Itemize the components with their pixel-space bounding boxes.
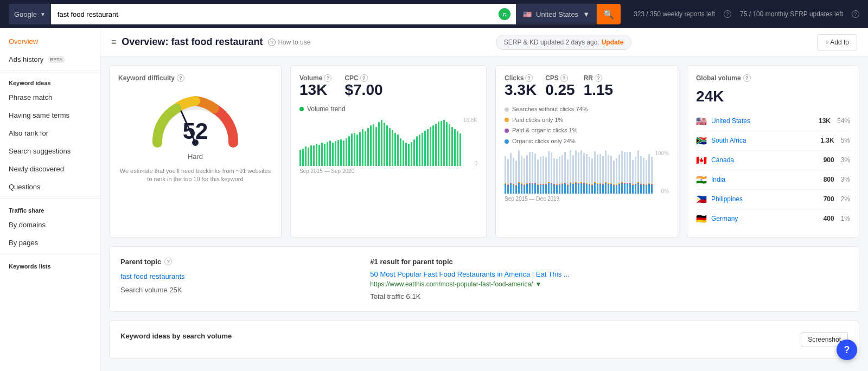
bar-segment bbox=[316, 144, 317, 166]
sidebar-item-label: Search suggestions bbox=[9, 147, 71, 155]
bar-segment bbox=[370, 125, 372, 166]
bar-segment bbox=[343, 140, 344, 166]
weekly-reports-help-icon[interactable]: ? bbox=[724, 10, 731, 18]
bar-segment bbox=[365, 131, 366, 166]
sidebar-item-by-pages[interactable]: By pages bbox=[0, 234, 100, 252]
stacked-bar-wrap bbox=[507, 150, 509, 194]
card-title-kd: Keyword difficulty ? bbox=[118, 74, 272, 82]
search-input-wrap: G bbox=[51, 4, 516, 24]
list-item: 🇵🇭 Philippines 700 2% bbox=[696, 190, 850, 209]
bar-segment bbox=[564, 152, 566, 183]
result-url-text: https://www.eatthis.com/most-popular-fas… bbox=[370, 280, 533, 288]
volume-metric: Volume ? 13K bbox=[299, 74, 331, 99]
result-title-link[interactable]: 50 Most Popular Fast Food Restaurants in… bbox=[370, 270, 848, 278]
bar-segment bbox=[632, 160, 634, 184]
country-name-de[interactable]: Germany bbox=[711, 215, 819, 222]
country-name-ph[interactable]: Philippines bbox=[711, 195, 819, 203]
sidebar-item-search-suggestions[interactable]: Search suggestions bbox=[0, 142, 100, 160]
parent-topic-help-icon[interactable]: ? bbox=[164, 258, 172, 265]
sidebar-item-also-rank[interactable]: Also rank for bbox=[0, 124, 100, 142]
bar-segment bbox=[324, 144, 326, 166]
bar-segment bbox=[513, 158, 514, 184]
bar-segment bbox=[313, 145, 315, 165]
bar-segment bbox=[529, 184, 531, 194]
bar-segment bbox=[386, 125, 388, 166]
bar-segment bbox=[335, 141, 336, 166]
bar-segment bbox=[397, 135, 399, 166]
search-button[interactable]: 🔍 bbox=[597, 4, 621, 24]
flag-in: 🇮🇳 bbox=[696, 175, 707, 185]
volume-help-icon[interactable]: ? bbox=[324, 74, 331, 82]
add-to-button[interactable]: + Add to bbox=[817, 34, 857, 50]
country-pct-de: 1% bbox=[841, 215, 850, 222]
sidebar-section-keywords-lists: Keywords lists bbox=[0, 257, 100, 272]
bar-segment bbox=[542, 185, 544, 194]
stacked-bar-wrap bbox=[589, 150, 590, 194]
bar-segment bbox=[564, 184, 566, 194]
kd-help-icon[interactable]: ? bbox=[177, 74, 184, 82]
bar-segment bbox=[651, 157, 653, 184]
sidebar-item-same-terms[interactable]: Having same terms bbox=[0, 106, 100, 124]
country-name-za[interactable]: South Africa bbox=[711, 137, 816, 144]
legend-item-paid-organic: Paid & organic clicks 1% bbox=[505, 125, 669, 136]
bar-segment bbox=[599, 154, 601, 183]
sidebar-item-questions[interactable]: Questions bbox=[0, 178, 100, 196]
update-link[interactable]: Update bbox=[602, 39, 624, 46]
engine-selector[interactable]: Google ▼ bbox=[9, 4, 51, 24]
country-name-us[interactable]: United States bbox=[711, 117, 814, 125]
clicks-chart-date-range: Sep 2015 — Dec 2019 bbox=[505, 196, 669, 202]
country-vol-in: 800 bbox=[824, 176, 834, 183]
cards-row: Keyword difficulty ? bbox=[100, 56, 868, 246]
sidebar-item-ads-history[interactable]: Ads history BETA bbox=[0, 50, 100, 68]
bar-segment bbox=[394, 133, 396, 166]
bar-segment bbox=[648, 184, 650, 194]
bar-segment bbox=[556, 186, 558, 194]
stacked-bar-wrap bbox=[635, 150, 636, 194]
bar-segment bbox=[422, 133, 423, 166]
monthly-reports-help-icon[interactable]: ? bbox=[852, 10, 859, 18]
parent-topic-title-text: Parent topic bbox=[120, 258, 161, 266]
bar-segment bbox=[618, 155, 620, 183]
sidebar-item-label: Having same terms bbox=[9, 111, 69, 119]
bar-segment bbox=[310, 145, 312, 166]
clicks-bar-chart bbox=[505, 150, 669, 194]
kd-note: We estimate that you'll need backlinks f… bbox=[118, 167, 272, 184]
cpc-help-icon[interactable]: ? bbox=[360, 74, 368, 82]
country-selector[interactable]: 🇺🇸 United States ▼ bbox=[516, 4, 597, 24]
bar-segment bbox=[529, 152, 531, 183]
help-button[interactable]: ? bbox=[837, 340, 857, 360]
search-input[interactable] bbox=[51, 4, 516, 24]
hamburger-icon[interactable]: ≡ bbox=[111, 37, 116, 47]
cps-label: CPS ? bbox=[545, 74, 575, 82]
sidebar-item-phrase-match[interactable]: Phrase match bbox=[0, 88, 100, 106]
stacked-bar-wrap bbox=[567, 150, 569, 194]
how-to-use-button[interactable]: ? How to use bbox=[268, 39, 310, 46]
bar-segment bbox=[643, 185, 644, 194]
country-label: United States bbox=[536, 10, 578, 18]
cps-help-icon[interactable]: ? bbox=[560, 74, 568, 82]
bar-segment bbox=[597, 184, 598, 194]
rr-help-icon[interactable]: ? bbox=[595, 74, 602, 82]
legend-label-no-clicks: Searches without clicks 74% bbox=[512, 104, 588, 115]
country-name-ca[interactable]: Canada bbox=[711, 156, 819, 164]
bar-segment bbox=[646, 160, 647, 184]
stacked-bar-wrap bbox=[627, 150, 628, 194]
stacked-bar-wrap bbox=[518, 150, 520, 194]
legend-item-no-clicks: Searches without clicks 74% bbox=[505, 104, 669, 115]
stacked-bar-wrap bbox=[651, 150, 653, 194]
country-name-in[interactable]: India bbox=[711, 176, 819, 183]
bar-segment bbox=[510, 184, 512, 194]
bar-segment bbox=[459, 133, 461, 166]
sidebar-item-overview[interactable]: Overview bbox=[0, 33, 100, 50]
sidebar-item-by-domains[interactable]: By domains bbox=[0, 216, 100, 234]
kd-score: 52 bbox=[183, 120, 208, 143]
flag-de: 🇩🇪 bbox=[696, 214, 707, 224]
clicks-help-icon[interactable]: ? bbox=[525, 74, 533, 82]
bar-segment bbox=[627, 152, 628, 183]
sidebar-item-newly-discovered[interactable]: Newly discovered bbox=[0, 160, 100, 178]
legend-dot-paid-organic bbox=[505, 129, 509, 133]
bar-segment bbox=[580, 183, 582, 194]
bar-segment bbox=[384, 123, 385, 166]
parent-topic-link[interactable]: fast food restaurants bbox=[120, 272, 359, 280]
global-volume-help-icon[interactable]: ? bbox=[743, 74, 751, 82]
